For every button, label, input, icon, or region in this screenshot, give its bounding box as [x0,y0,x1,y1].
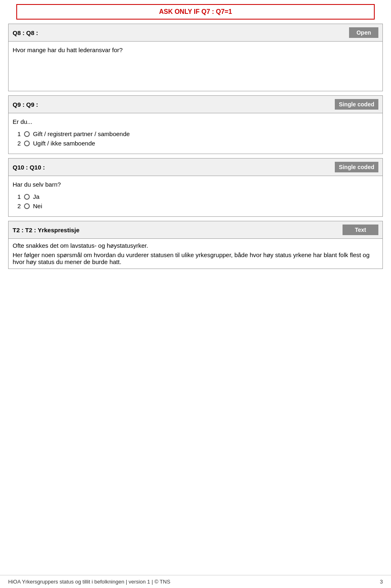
q8-body: Hvor mange har du hatt lederansvar for? [9,42,382,91]
q9-body: Er du... 1 Gift / registrert partner / s… [9,113,382,154]
q10-question: Har du selv barn? [13,179,378,189]
q10-block: Q10 : Q10 : Single coded Har du selv bar… [8,158,383,217]
q8-label: Q8 : Q8 : [13,29,38,36]
q9-ans1-radio[interactable] [24,131,30,137]
top-banner: ASK ONLY IF Q7 : Q7=1 [16,4,375,20]
q8-block: Q8 : Q8 : Open Hvor mange har du hatt le… [8,24,383,91]
list-item: 2 Nei [13,201,378,211]
t2-label: T2 : T2 : Yrkesprestisje [13,227,79,233]
list-item: 1 Gift / registrert partner / samboende [13,129,378,139]
q9-ans1-text: Gift / registrert partner / samboende [33,130,130,137]
q9-answers: 1 Gift / registrert partner / samboende … [13,127,378,150]
content-area: ASK ONLY IF Q7 : Q7=1 Q8 : Q8 : Open Hvo… [0,0,391,575]
t2-block: T2 : T2 : Yrkesprestisje Text Ofte snakk… [8,221,383,269]
q10-answers: 1 Ja 2 Nei [13,189,378,213]
t2-paragraph1: Ofte snakkes det om lavstatus- og høysta… [13,242,378,249]
t2-paragraph2: Her følger noen spørsmål om hvordan du v… [13,251,378,265]
q8-badge: Open [349,27,378,38]
q9-ans1-num: 1 [13,130,21,137]
q9-ans2-num: 2 [13,140,21,147]
q10-header: Q10 : Q10 : Single coded [9,159,382,176]
q10-ans1-num: 1 [13,193,21,200]
t2-header: T2 : T2 : Yrkesprestisje Text [9,221,382,239]
q9-label: Q9 : Q9 : [13,101,38,108]
q10-badge: Single coded [335,162,378,172]
list-item: 1 Ja [13,192,378,201]
q10-ans1-radio[interactable] [24,194,30,200]
q10-ans1-text: Ja [33,193,40,200]
q9-badge: Single coded [335,99,378,110]
page-wrapper: ASK ONLY IF Q7 : Q7=1 Q8 : Q8 : Open Hvo… [0,0,391,588]
q9-ans2-text: Ugift / ikke samboende [33,140,95,147]
q10-body: Har du selv barn? 1 Ja 2 Nei [9,176,382,216]
list-item: 2 Ugift / ikke samboende [13,139,378,148]
q9-question: Er du... [13,117,378,127]
footer-right: 3 [380,579,383,585]
q10-label: Q10 : Q10 : [13,164,45,171]
banner-text: ASK ONLY IF Q7 : Q7=1 [159,8,232,15]
t2-body: Ofte snakkes det om lavstatus- og høysta… [9,239,382,269]
q9-block: Q9 : Q9 : Single coded Er du... 1 Gift /… [8,95,383,154]
q9-header: Q9 : Q9 : Single coded [9,96,382,113]
q10-ans2-text: Nei [33,203,42,209]
q10-ans2-num: 2 [13,203,21,209]
footer-left: HiOA Yrkersgruppers status og tillit i b… [8,579,170,585]
q8-header: Q8 : Q8 : Open [9,24,382,42]
q8-input-area [13,55,378,88]
page-footer: HiOA Yrkersgruppers status og tillit i b… [0,575,391,588]
q10-ans2-radio[interactable] [24,203,30,209]
q9-ans2-radio[interactable] [24,141,30,146]
t2-badge: Text [343,225,378,235]
q8-question: Hvor mange har du hatt lederansvar for? [13,45,378,55]
